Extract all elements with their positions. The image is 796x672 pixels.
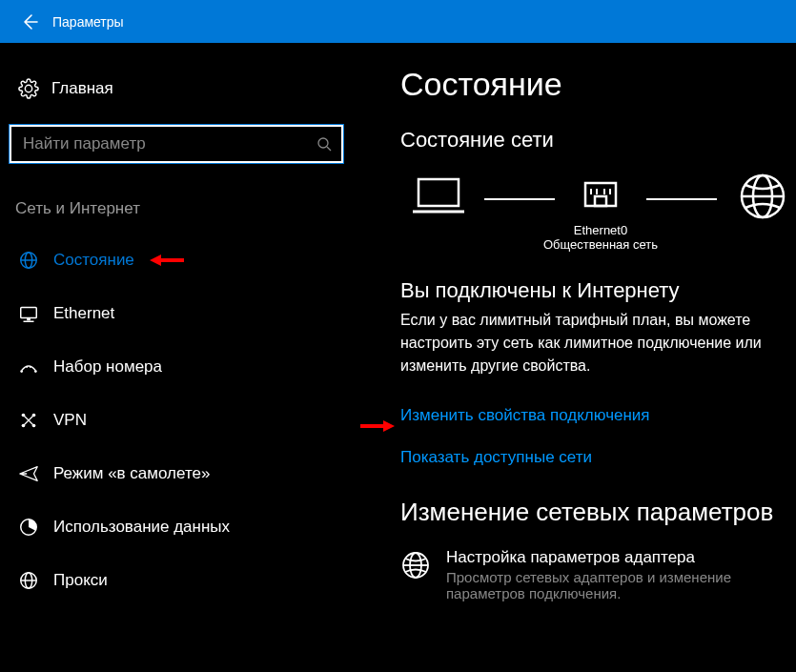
dialup-icon [15, 356, 42, 377]
sidebar-item-label: VPN [53, 411, 87, 430]
svg-point-0 [318, 138, 328, 148]
sidebar-item-ethernet[interactable]: Ethernet [10, 287, 343, 340]
svg-marker-6 [150, 255, 161, 266]
svg-marker-33 [383, 420, 395, 432]
globe-icon [400, 550, 431, 580]
sidebar-item-proxy[interactable]: Прокси [10, 554, 343, 607]
titlebar: Параметры [0, 0, 796, 43]
vpn-icon [15, 410, 42, 431]
sidebar-item-label: Использование данных [53, 518, 230, 537]
diagram-adapter: Ethernet0 Общественная сеть [562, 173, 639, 252]
diagram-line [646, 198, 717, 200]
sidebar-item-datausage[interactable]: Использование данных [10, 500, 343, 554]
home-button[interactable]: Главная [15, 70, 343, 108]
sidebar-item-label: Ethernet [53, 304, 114, 323]
connected-heading: Вы подключены к Интернету [400, 278, 796, 303]
search-icon [307, 136, 341, 152]
svg-point-13 [30, 366, 31, 368]
sidebar-section-header: Сеть и Интернет [15, 199, 343, 218]
svg-rect-7 [21, 308, 37, 318]
sidebar-item-airplane[interactable]: Режим «в самолете» [10, 447, 343, 500]
search-input[interactable] [11, 127, 307, 161]
laptop-icon [409, 173, 468, 219]
ethernet-icon [15, 303, 42, 324]
annotation-arrow-icon [360, 417, 395, 435]
adapter-settings-desc: Просмотр сетевых адаптеров и изменение п… [446, 569, 796, 601]
svg-rect-24 [595, 196, 606, 206]
diagram-adapter-name: Ethernet0 [574, 223, 627, 237]
datausage-icon [15, 517, 42, 538]
diagram-line [484, 198, 555, 200]
svg-rect-23 [585, 183, 616, 206]
proxy-icon [15, 570, 42, 591]
network-diagram: Ethernet0 Общественная сеть [400, 172, 796, 254]
ethernet-port-icon [578, 173, 623, 219]
connected-body: Если у вас лимитный тарифный план, вы мо… [400, 309, 796, 377]
sidebar-item-status[interactable]: Состояние [10, 234, 343, 287]
globe-icon [15, 250, 42, 271]
sidebar-item-label: Прокси [53, 571, 108, 590]
sidebar: Главная Сеть и Интернет Состояние Ethern… [0, 43, 353, 672]
sidebar-item-label: Режим «в самолете» [53, 464, 210, 483]
search-box[interactable] [10, 125, 343, 163]
network-status-heading: Состояние сети [400, 128, 796, 153]
svg-point-11 [34, 370, 37, 373]
airplane-icon [15, 463, 42, 484]
sidebar-item-vpn[interactable]: VPN [10, 394, 343, 447]
change-network-params-heading: Изменение сетевых параметров [400, 498, 796, 527]
sidebar-item-label: Набор номера [53, 357, 162, 377]
gear-icon [15, 78, 42, 99]
link-change-connection-properties[interactable]: Изменить свойства подключения [400, 406, 650, 425]
sidebar-item-dialup[interactable]: Набор номера [10, 340, 343, 394]
svg-line-1 [327, 147, 331, 151]
arrow-left-icon [20, 12, 39, 31]
globe-icon [738, 172, 787, 221]
svg-point-10 [20, 370, 23, 373]
annotation-arrow-icon [150, 252, 184, 269]
svg-point-12 [26, 366, 28, 368]
home-label: Главная [51, 79, 113, 98]
link-show-available-networks[interactable]: Показать доступные сети [400, 448, 592, 467]
titlebar-title: Параметры [52, 14, 124, 30]
adapter-settings-title: Настройка параметров адаптера [446, 548, 796, 567]
diagram-internet [725, 172, 796, 254]
svg-rect-8 [27, 318, 31, 321]
content-pane: Состояние Состояние сети Ethernet0 Общес… [353, 43, 796, 672]
diagram-network-type: Общественная сеть [543, 237, 658, 252]
svg-rect-22 [418, 179, 459, 206]
back-button[interactable] [8, 0, 51, 43]
sidebar-item-label: Состояние [53, 251, 134, 270]
diagram-pc [400, 173, 477, 252]
adapter-settings-row[interactable]: Настройка параметров адаптера Просмотр с… [400, 548, 796, 601]
page-title: Состояние [400, 66, 796, 103]
